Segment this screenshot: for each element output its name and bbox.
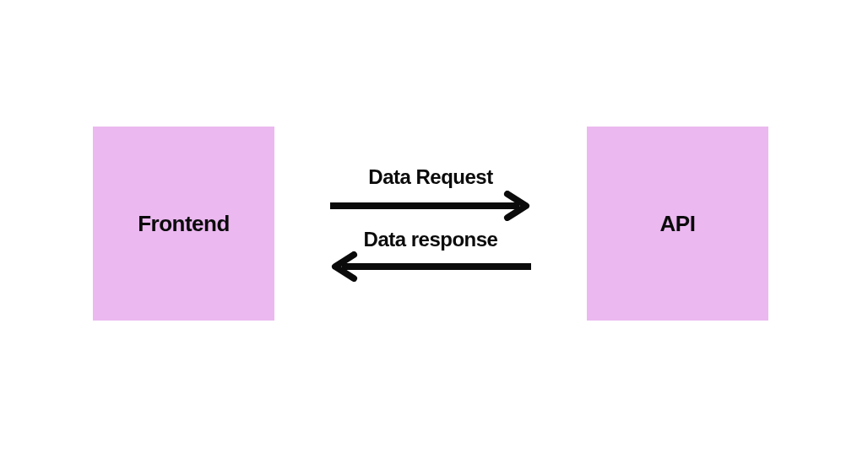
frontend-box: Frontend [93, 127, 274, 321]
frontend-label: Frontend [138, 211, 230, 237]
request-label: Data Request [368, 165, 492, 189]
arrow-right-icon [325, 191, 536, 221]
diagram-container: Frontend Data Request Data response API [93, 122, 768, 325]
api-label: API [660, 211, 696, 237]
response-label: Data response [364, 228, 498, 251]
request-arrow-group: Data Request [279, 165, 582, 221]
arrows-region: Data Request Data response [274, 122, 587, 325]
arrow-left-icon [325, 251, 536, 282]
response-arrow-group: Data response [279, 226, 582, 282]
api-box: API [587, 127, 768, 321]
